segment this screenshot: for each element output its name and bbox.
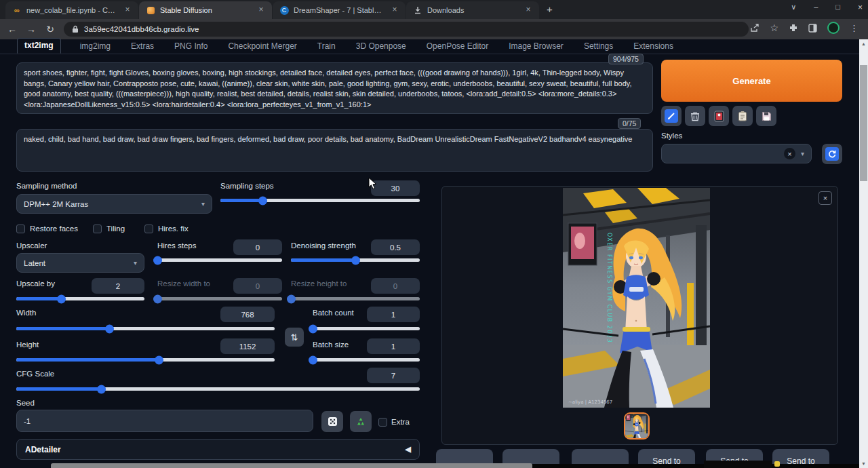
batch-size-slider[interactable] (313, 358, 420, 362)
upscale-by-input[interactable]: 2 (92, 278, 144, 294)
paste-params-button[interactable] (661, 106, 682, 126)
sampling-steps-input[interactable]: 30 (371, 180, 420, 196)
new-tab-button[interactable]: + (547, 3, 553, 15)
menu-icon[interactable]: ⋮ (850, 23, 859, 33)
height-input[interactable]: 1152 (220, 338, 275, 354)
civitai-icon: C (279, 5, 289, 15)
url-bar[interactable]: 3a59ec42041dbb46cb.gradio.live (64, 22, 749, 37)
hires-fix-checkbox[interactable] (144, 225, 153, 233)
batch-size-input[interactable]: 1 (367, 338, 420, 354)
tab-train[interactable]: Train (316, 39, 337, 54)
tiling-checkbox[interactable] (93, 225, 102, 233)
generated-image[interactable]: OXER FITNESS GYM CLUB 2023 (563, 188, 710, 408)
close-preview-button[interactable]: × (818, 191, 832, 205)
tab-3d-openpose[interactable]: 3D Openpose (355, 39, 408, 54)
apply-styles-button[interactable] (732, 106, 753, 126)
colab-icon: ∞ (12, 5, 22, 15)
negative-prompt-input[interactable]: naked, child, bad hand, bad draw, bad dr… (16, 129, 653, 172)
tab-checkpoint-merger[interactable]: Checkpoint Merger (226, 39, 298, 54)
styles-label: Styles (661, 132, 682, 140)
hires-steps-input[interactable]: 0 (233, 239, 282, 255)
width-slider[interactable] (16, 327, 275, 330)
prompt-input[interactable]: sport shoes, fighter, fight, fight Glove… (16, 62, 653, 114)
sampling-method-dropdown[interactable]: DPM++ 2M Karras ▾ (16, 194, 212, 214)
minimize-icon[interactable]: – (814, 3, 818, 12)
adetailer-accordion[interactable]: ADetailer ◀ (16, 439, 420, 460)
video-overlay-bar (51, 463, 532, 468)
upscaler-label: Upscaler (16, 241, 47, 250)
browser-tab-dreamshaper[interactable]: C DreamShaper - 7 | Stable Diffusio × (273, 1, 406, 19)
hires-fix-label: Hires. fix (158, 225, 189, 233)
restore-faces-checkbox[interactable] (16, 225, 25, 233)
tab-txt2img[interactable]: txt2img (17, 38, 61, 54)
toolbar-icons: ☆ ⋮ (750, 22, 859, 34)
back-icon[interactable]: ← (3, 24, 22, 35)
hires-steps-slider[interactable] (157, 258, 282, 262)
browser-tab-colab[interactable]: ∞ new_colab_file.ipynb - Colaborat × (5, 1, 138, 19)
card-icon (714, 111, 724, 122)
tab-close-icon[interactable]: × (122, 5, 133, 16)
cfg-scale-input[interactable]: 7 (367, 368, 420, 383)
share-icon[interactable] (750, 24, 760, 33)
clear-prompt-button[interactable] (685, 106, 705, 126)
tab-close-icon[interactable]: × (256, 5, 267, 16)
tab-settings[interactable]: Settings (583, 39, 614, 54)
save-style-button[interactable] (756, 106, 776, 126)
cfg-scale-slider[interactable] (16, 387, 420, 391)
extra-seed-checkbox[interactable] (378, 418, 387, 427)
upscale-by-slider[interactable] (16, 297, 144, 300)
resize-width-slider (157, 297, 282, 300)
browser-tab-stable-diffusion[interactable]: Stable Diffusion × (139, 1, 272, 19)
refresh-icon (825, 147, 839, 161)
height-slider[interactable] (16, 358, 275, 362)
denoising-strength-input[interactable]: 0.5 (371, 239, 420, 255)
seed-input[interactable]: -1 (16, 410, 313, 432)
sampling-steps-slider[interactable] (220, 199, 420, 202)
generate-button[interactable]: Generate (661, 60, 842, 102)
tab-search-chevron-icon[interactable]: ∨ (791, 3, 796, 12)
batch-count-slider[interactable] (313, 327, 420, 330)
random-seed-button[interactable] (321, 411, 343, 432)
tab-close-icon[interactable]: × (389, 5, 400, 16)
restore-faces-label: Restore faces (30, 225, 78, 233)
upscaler-dropdown[interactable]: Latent ▾ (16, 253, 144, 273)
negative-token-counter: 0/75 (618, 118, 641, 129)
extra-networks-button[interactable] (709, 106, 729, 126)
tab-png-info[interactable]: PNG Info (173, 39, 209, 54)
swap-dimensions-button[interactable]: ⇅ (285, 328, 304, 347)
tab-extras[interactable]: Extras (130, 39, 155, 54)
batch-count-input[interactable]: 1 (367, 307, 420, 322)
close-icon[interactable]: × (858, 3, 863, 12)
browser-tab-downloads[interactable]: Downloads × (406, 1, 539, 19)
dice-icon (328, 416, 338, 427)
tab-openpose-editor[interactable]: OpenPose Editor (425, 39, 490, 54)
width-input[interactable]: 768 (220, 307, 275, 322)
bookmark-star-icon[interactable]: ☆ (770, 22, 778, 33)
page-scrollbar[interactable]: ▲ ▼ (859, 39, 868, 468)
tab-extensions[interactable]: Extensions (632, 39, 675, 54)
sampling-method-label: Sampling method (16, 182, 77, 190)
seed-value: -1 (24, 417, 31, 425)
reuse-seed-button[interactable] (350, 411, 372, 432)
tab-img2img[interactable]: img2img (79, 39, 112, 54)
styles-dropdown[interactable]: × ▾ (661, 144, 812, 163)
batch-size-label: Batch size (313, 340, 349, 349)
styles-clear-icon[interactable]: × (784, 148, 795, 159)
scroll-down-icon[interactable]: ▼ (859, 459, 868, 468)
maximize-icon[interactable]: □ (835, 3, 840, 12)
avatar[interactable] (827, 22, 840, 34)
extensions-puzzle-icon[interactable] (789, 23, 798, 33)
scrollbar-thumb[interactable] (860, 65, 867, 181)
stable-diffusion-webui-window: ∞ new_colab_file.ipynb - Colaborat × Sta… (0, 0, 868, 468)
denoising-strength-slider[interactable] (291, 258, 420, 262)
tab-image-browser[interactable]: Image Browser (507, 39, 565, 54)
gallery-thumbnail[interactable] (624, 412, 650, 440)
side-panel-icon[interactable] (808, 24, 817, 33)
reload-icon[interactable]: ↻ (41, 24, 60, 35)
scroll-up-icon[interactable]: ▲ (859, 39, 868, 48)
seed-label: Seed (16, 399, 35, 407)
forward-icon[interactable]: → (22, 24, 41, 35)
tab-close-icon[interactable]: × (523, 5, 534, 16)
hires-steps-label: Hires steps (157, 241, 197, 250)
styles-refresh-button[interactable] (822, 144, 842, 164)
